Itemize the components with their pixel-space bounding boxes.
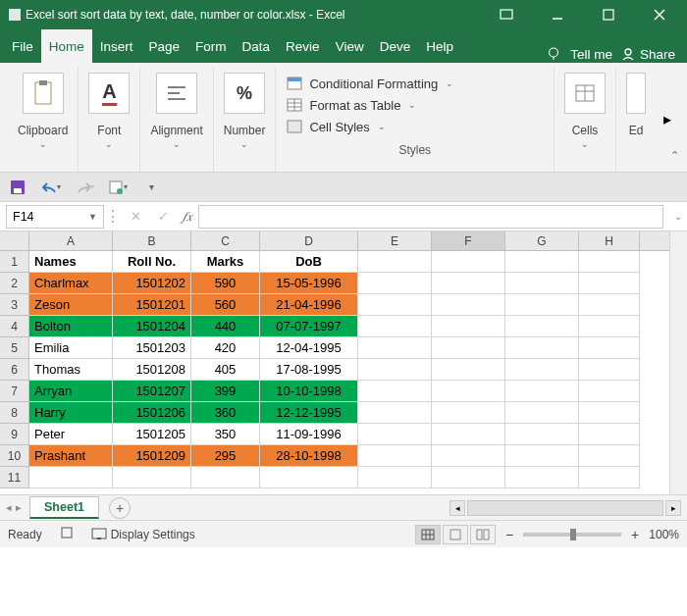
column-header-A[interactable]: A [29, 231, 113, 250]
cell[interactable]: 17-08-1995 [260, 359, 358, 381]
tab-help[interactable]: Help [418, 29, 461, 63]
cell[interactable]: Thomas [29, 359, 113, 381]
cell[interactable]: 12-12-1995 [260, 402, 358, 424]
view-page-layout-button[interactable] [443, 525, 468, 544]
cell[interactable] [505, 337, 579, 359]
alignment-launcher[interactable]: ⌄ [173, 139, 181, 149]
cell[interactable] [358, 402, 432, 424]
cell[interactable]: Charlmax [29, 273, 113, 294]
cell[interactable]: Names [29, 251, 113, 273]
column-header-E[interactable]: E [358, 231, 432, 250]
select-all-corner[interactable] [0, 231, 29, 250]
cell[interactable] [432, 273, 505, 294]
hscroll-left[interactable]: ◂ [449, 500, 465, 516]
row-header[interactable]: 10 [0, 445, 29, 467]
cell[interactable]: 21-04-1996 [260, 294, 358, 316]
row-header[interactable]: 1 [0, 251, 29, 273]
clipboard-launcher[interactable]: ⌄ [39, 139, 47, 149]
column-header-F[interactable]: F [432, 231, 505, 250]
cell[interactable] [579, 402, 640, 424]
cell[interactable] [579, 359, 640, 381]
tab-file[interactable]: File [4, 29, 41, 63]
row-header[interactable]: 7 [0, 381, 29, 402]
cell[interactable]: 399 [191, 381, 260, 402]
cell[interactable] [432, 359, 505, 381]
cell[interactable]: Bolton [29, 316, 113, 337]
display-settings-button[interactable]: Display Settings [91, 528, 195, 541]
cell[interactable] [432, 294, 505, 316]
collapse-ribbon-button[interactable]: ⌃ [670, 149, 679, 162]
cell[interactable]: 12-04-1995 [260, 337, 358, 359]
cell[interactable] [432, 445, 505, 467]
cancel-formula-button[interactable]: ✕ [122, 209, 149, 224]
zoom-slider[interactable] [523, 533, 621, 537]
cell[interactable] [432, 381, 505, 402]
formula-input[interactable] [198, 205, 663, 229]
cells-launcher[interactable]: ⌄ [581, 139, 589, 149]
tab-developer[interactable]: Deve [372, 29, 419, 63]
cell[interactable]: Peter [29, 424, 113, 445]
horizontal-scrollbar[interactable] [467, 500, 663, 516]
alignment-button[interactable] [156, 73, 197, 114]
row-header[interactable]: 9 [0, 424, 29, 445]
add-sheet-button[interactable]: + [109, 497, 131, 519]
cell[interactable] [260, 467, 358, 488]
column-header-C[interactable]: C [191, 231, 260, 250]
cell[interactable] [432, 316, 505, 337]
cell[interactable] [505, 402, 579, 424]
cell[interactable] [579, 467, 640, 488]
tab-review[interactable]: Revie [278, 29, 328, 63]
cell[interactable]: 1501203 [113, 337, 191, 359]
cell[interactable]: 420 [191, 337, 260, 359]
cell[interactable] [432, 337, 505, 359]
cells-button[interactable] [564, 73, 606, 114]
tab-formulas[interactable]: Form [187, 29, 235, 63]
cell[interactable] [505, 359, 579, 381]
cell[interactable] [579, 294, 640, 316]
sheet-nav-next[interactable]: ▸ [16, 501, 22, 514]
cell[interactable]: 1501209 [113, 445, 191, 467]
cell[interactable] [505, 381, 579, 402]
cell[interactable] [358, 316, 432, 337]
cell[interactable]: 1501205 [113, 424, 191, 445]
sheet-tab-active[interactable]: Sheet1 [29, 496, 99, 519]
undo-button[interactable]: ▾ [41, 178, 61, 197]
cell[interactable] [432, 424, 505, 445]
cell[interactable] [358, 467, 432, 488]
cell[interactable]: DoB [260, 251, 358, 273]
cell[interactable]: 560 [191, 294, 260, 316]
cell[interactable]: 440 [191, 316, 260, 337]
zoom-out-button[interactable]: − [505, 527, 513, 542]
cell[interactable]: 1501207 [113, 381, 191, 402]
cell[interactable] [358, 359, 432, 381]
cell[interactable] [358, 445, 432, 467]
cell-styles-button[interactable]: Cell Styles ⌄ [286, 116, 544, 137]
cell[interactable]: 405 [191, 359, 260, 381]
font-button[interactable]: A [88, 73, 130, 114]
column-header-B[interactable]: B [113, 231, 191, 250]
cell[interactable] [579, 251, 640, 273]
tab-insert[interactable]: Insert [92, 29, 141, 63]
cell[interactable]: Marks [191, 251, 260, 273]
view-page-break-button[interactable] [470, 525, 496, 544]
cell[interactable] [432, 467, 505, 488]
cell[interactable]: 1501201 [113, 294, 191, 316]
cell[interactable] [505, 445, 579, 467]
cell[interactable] [579, 424, 640, 445]
cell[interactable] [505, 316, 579, 337]
zoom-level[interactable]: 100% [649, 528, 679, 541]
enter-formula-button[interactable]: ✓ [149, 209, 177, 224]
cell[interactable]: 350 [191, 424, 260, 445]
column-header-G[interactable]: G [505, 231, 579, 250]
tab-page[interactable]: Page [141, 29, 188, 63]
maximize-button[interactable] [589, 0, 628, 29]
cell[interactable] [358, 424, 432, 445]
cell[interactable]: 1501208 [113, 359, 191, 381]
cell[interactable]: Prashant [29, 445, 113, 467]
cell[interactable] [505, 424, 579, 445]
cell[interactable] [358, 294, 432, 316]
cell[interactable]: 28-10-1998 [260, 445, 358, 467]
fx-label[interactable]: 𝑓𝑥 [177, 209, 198, 225]
row-header[interactable]: 5 [0, 337, 29, 359]
tellme-label[interactable]: Tell me [570, 47, 612, 62]
